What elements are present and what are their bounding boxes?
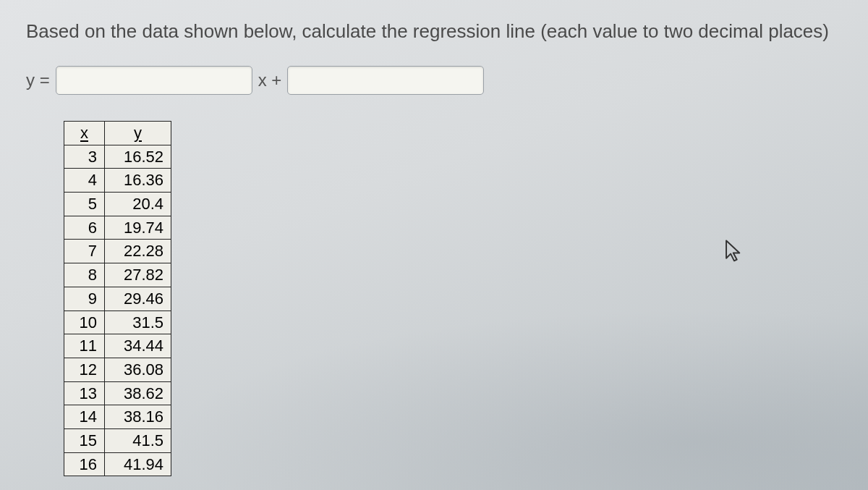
cell-x: 7 xyxy=(64,240,105,263)
table-row: 1438.16 xyxy=(64,405,171,429)
cell-x: 4 xyxy=(64,169,105,193)
table-row: 1134.44 xyxy=(64,334,171,358)
cell-y: 16.36 xyxy=(105,169,171,193)
intercept-input[interactable] xyxy=(287,66,484,95)
table-row: 520.4 xyxy=(64,193,171,216)
x-plus-label: x + xyxy=(258,70,282,90)
cell-x: 6 xyxy=(64,216,105,240)
cell-y: 27.82 xyxy=(105,263,171,287)
y-equals-label: y = xyxy=(26,70,50,90)
table-row: 619.74 xyxy=(64,216,171,240)
table-row: 1338.62 xyxy=(64,381,171,405)
header-y: y xyxy=(105,122,171,145)
table-row: 1031.5 xyxy=(64,311,171,334)
cell-x: 10 xyxy=(64,311,105,334)
cell-x: 14 xyxy=(64,405,105,429)
slope-input[interactable] xyxy=(56,66,252,95)
table-row: 722.28 xyxy=(64,240,171,263)
cell-x: 9 xyxy=(64,287,105,311)
cell-y: 20.4 xyxy=(105,193,171,216)
cell-x: 12 xyxy=(64,358,105,381)
cell-y: 41.94 xyxy=(105,452,171,476)
regression-equation-row: y = x + xyxy=(26,66,842,95)
table-row: 827.82 xyxy=(64,263,171,287)
cell-y: 38.62 xyxy=(105,381,171,405)
table-row: 1641.94 xyxy=(64,452,171,476)
cell-x: 5 xyxy=(64,193,105,216)
table-row: 1541.5 xyxy=(64,428,171,452)
cell-y: 29.46 xyxy=(105,287,171,311)
cell-x: 13 xyxy=(64,381,105,405)
table-row: 929.46 xyxy=(64,287,171,311)
cell-y: 36.08 xyxy=(105,358,171,381)
cell-x: 15 xyxy=(64,428,105,452)
cell-x: 8 xyxy=(64,263,105,287)
cell-y: 16.52 xyxy=(105,145,171,169)
cell-y: 34.44 xyxy=(105,334,171,358)
question-prompt: Based on the data shown below, calculate… xyxy=(26,17,842,46)
cell-y: 38.16 xyxy=(105,405,171,429)
table-row: 316.52 xyxy=(64,145,171,169)
cell-x: 3 xyxy=(64,145,105,169)
cell-x: 11 xyxy=(64,334,105,358)
table-row: 416.36 xyxy=(64,169,171,193)
table-row: 1236.08 xyxy=(64,358,171,381)
table-header-row: x y xyxy=(64,122,171,145)
cell-y: 19.74 xyxy=(105,216,171,240)
data-table-container: x y 316.52416.36520.4619.74722.28827.829… xyxy=(64,121,842,476)
cell-y: 31.5 xyxy=(105,311,171,334)
cell-x: 16 xyxy=(64,452,105,476)
cell-y: 22.28 xyxy=(105,240,171,263)
cell-y: 41.5 xyxy=(105,428,171,452)
xy-data-table: x y 316.52416.36520.4619.74722.28827.829… xyxy=(64,121,171,476)
header-x: x xyxy=(64,122,105,145)
